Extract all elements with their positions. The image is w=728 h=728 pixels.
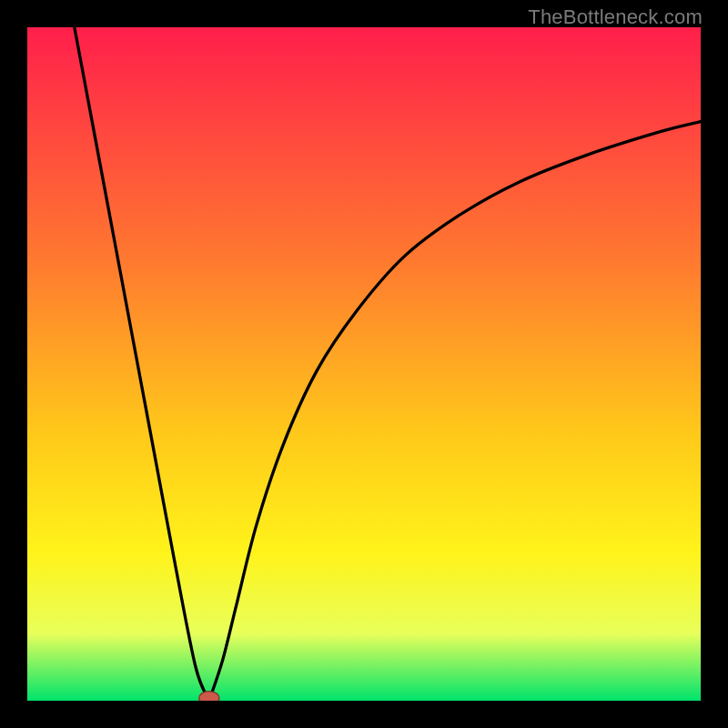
minimum-marker bbox=[199, 692, 219, 701]
gradient-background bbox=[27, 27, 701, 701]
watermark-text: TheBottleneck.com bbox=[528, 5, 703, 29]
bottleneck-chart bbox=[27, 27, 701, 701]
chart-frame bbox=[27, 27, 701, 701]
